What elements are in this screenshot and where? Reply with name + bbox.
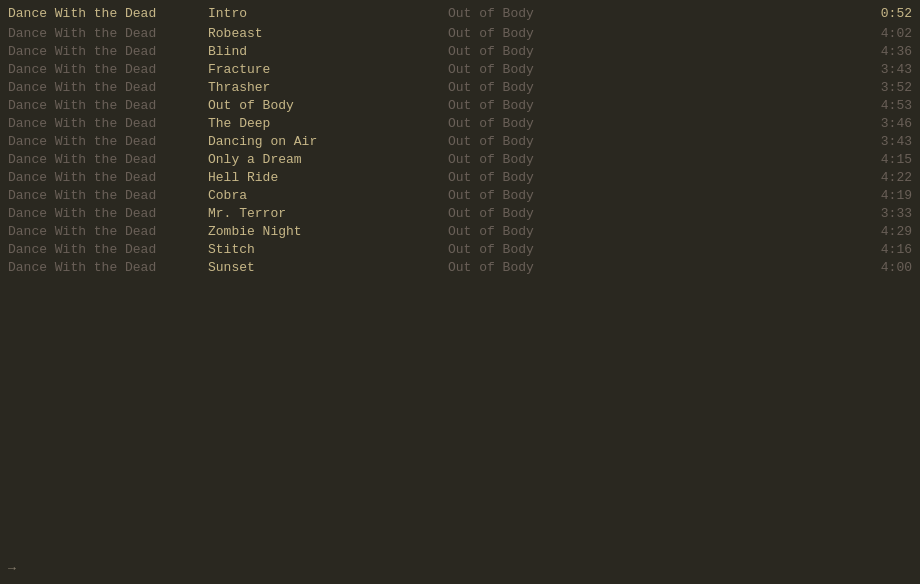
- track-duration: 3:43: [852, 62, 912, 77]
- track-title: Mr. Terror: [208, 206, 448, 221]
- track-title: Blind: [208, 44, 448, 59]
- track-artist: Dance With the Dead: [8, 206, 208, 221]
- track-artist: Dance With the Dead: [8, 80, 208, 95]
- track-row[interactable]: Dance With the DeadSunsetOut of Body4:00: [0, 258, 920, 276]
- track-album: Out of Body: [448, 116, 852, 131]
- track-artist: Dance With the Dead: [8, 26, 208, 41]
- track-album: Out of Body: [448, 188, 852, 203]
- track-list: Dance With the Dead Intro Out of Body 0:…: [0, 0, 920, 280]
- track-duration: 3:33: [852, 206, 912, 221]
- track-artist: Dance With the Dead: [8, 98, 208, 113]
- track-row[interactable]: Dance With the DeadOut of BodyOut of Bod…: [0, 96, 920, 114]
- track-title: Fracture: [208, 62, 448, 77]
- track-album: Out of Body: [448, 224, 852, 239]
- track-title: Dancing on Air: [208, 134, 448, 149]
- track-album: Out of Body: [448, 134, 852, 149]
- track-album: Out of Body: [448, 260, 852, 275]
- track-duration: 4:29: [852, 224, 912, 239]
- arrow-indicator: →: [8, 561, 16, 576]
- track-album: Out of Body: [448, 206, 852, 221]
- track-artist: Dance With the Dead: [8, 242, 208, 257]
- track-row[interactable]: Dance With the DeadFractureOut of Body3:…: [0, 60, 920, 78]
- track-duration: 4:53: [852, 98, 912, 113]
- track-artist: Dance With the Dead: [8, 170, 208, 185]
- track-duration: 4:36: [852, 44, 912, 59]
- track-title: The Deep: [208, 116, 448, 131]
- track-row[interactable]: Dance With the DeadStitchOut of Body4:16: [0, 240, 920, 258]
- track-artist: Dance With the Dead: [8, 44, 208, 59]
- header-artist: Dance With the Dead: [8, 6, 208, 21]
- track-duration: 4:22: [852, 170, 912, 185]
- track-album: Out of Body: [448, 80, 852, 95]
- track-row[interactable]: Dance With the DeadMr. TerrorOut of Body…: [0, 204, 920, 222]
- track-list-header: Dance With the Dead Intro Out of Body 0:…: [0, 4, 920, 22]
- track-row[interactable]: Dance With the DeadHell RideOut of Body4…: [0, 168, 920, 186]
- track-artist: Dance With the Dead: [8, 116, 208, 131]
- track-duration: 4:16: [852, 242, 912, 257]
- track-duration: 4:15: [852, 152, 912, 167]
- track-artist: Dance With the Dead: [8, 134, 208, 149]
- track-artist: Dance With the Dead: [8, 62, 208, 77]
- track-artist: Dance With the Dead: [8, 152, 208, 167]
- track-title: Thrasher: [208, 80, 448, 95]
- track-artist: Dance With the Dead: [8, 260, 208, 275]
- header-title: Intro: [208, 6, 448, 21]
- track-duration: 3:43: [852, 134, 912, 149]
- track-title: Hell Ride: [208, 170, 448, 185]
- track-title: Cobra: [208, 188, 448, 203]
- track-duration: 3:52: [852, 80, 912, 95]
- track-duration: 4:00: [852, 260, 912, 275]
- track-album: Out of Body: [448, 152, 852, 167]
- track-row[interactable]: Dance With the DeadOnly a DreamOut of Bo…: [0, 150, 920, 168]
- track-row[interactable]: Dance With the DeadCobraOut of Body4:19: [0, 186, 920, 204]
- track-title: Zombie Night: [208, 224, 448, 239]
- track-row[interactable]: Dance With the DeadThe DeepOut of Body3:…: [0, 114, 920, 132]
- track-album: Out of Body: [448, 44, 852, 59]
- track-duration: 3:46: [852, 116, 912, 131]
- track-row[interactable]: Dance With the DeadZombie NightOut of Bo…: [0, 222, 920, 240]
- header-album: Out of Body: [448, 6, 852, 21]
- track-duration: 4:19: [852, 188, 912, 203]
- track-title: Only a Dream: [208, 152, 448, 167]
- track-artist: Dance With the Dead: [8, 224, 208, 239]
- track-album: Out of Body: [448, 98, 852, 113]
- track-title: Sunset: [208, 260, 448, 275]
- track-row[interactable]: Dance With the DeadRobeastOut of Body4:0…: [0, 24, 920, 42]
- track-artist: Dance With the Dead: [8, 188, 208, 203]
- header-duration: 0:52: [852, 6, 912, 21]
- track-album: Out of Body: [448, 62, 852, 77]
- track-album: Out of Body: [448, 242, 852, 257]
- track-row[interactable]: Dance With the DeadBlindOut of Body4:36: [0, 42, 920, 60]
- track-album: Out of Body: [448, 170, 852, 185]
- track-album: Out of Body: [448, 26, 852, 41]
- track-duration: 4:02: [852, 26, 912, 41]
- track-title: Out of Body: [208, 98, 448, 113]
- track-row[interactable]: Dance With the DeadThrasherOut of Body3:…: [0, 78, 920, 96]
- track-title: Robeast: [208, 26, 448, 41]
- track-row[interactable]: Dance With the DeadDancing on AirOut of …: [0, 132, 920, 150]
- track-title: Stitch: [208, 242, 448, 257]
